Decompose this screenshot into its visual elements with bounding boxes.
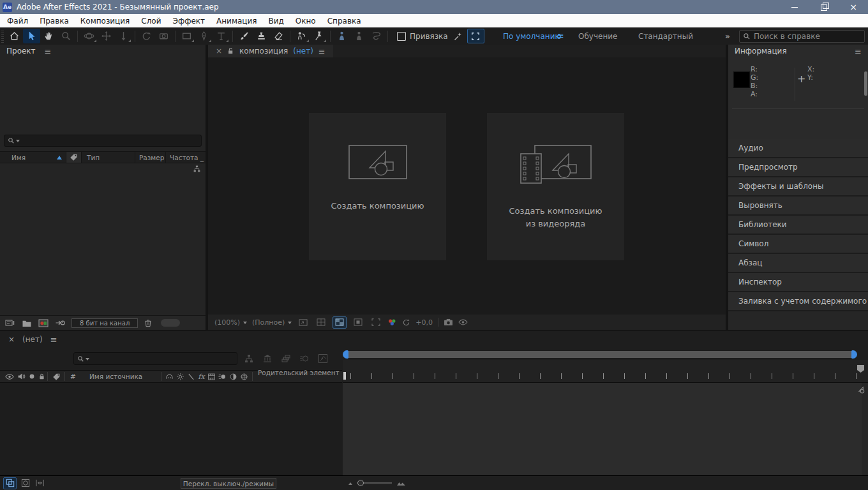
panel-tab-libraries[interactable]: Библиотеки [728, 216, 868, 235]
eye-icon[interactable] [5, 373, 14, 380]
interpret-footage-icon[interactable] [5, 318, 15, 327]
column-label[interactable] [66, 152, 82, 163]
show-snapshot-icon[interactable] [458, 318, 468, 326]
mask-expansion-button[interactable] [467, 29, 484, 43]
timeline-vertical-scrollbar[interactable] [862, 383, 868, 475]
transparency-grid-icon[interactable] [333, 316, 347, 329]
menu-file[interactable]: Файл [1, 17, 34, 26]
panel-tab-effects-presets[interactable]: Эффекты и шаблоны [728, 177, 868, 197]
composition-panel-menu-icon[interactable]: ≡ [318, 47, 326, 56]
puppet-pin-tool[interactable] [310, 29, 327, 43]
region-of-interest-icon[interactable] [370, 317, 382, 328]
flowchart-icon[interactable] [193, 165, 201, 173]
workspace-tab-standard[interactable]: Стандартный [638, 32, 693, 41]
roto-brush-tool[interactable] [293, 29, 310, 43]
new-composition-card[interactable]: Создать композицию [309, 113, 446, 260]
zoom-in-mountains-icon[interactable] [396, 480, 406, 486]
rectangle-tool[interactable] [178, 29, 195, 43]
layer-list-area[interactable] [0, 383, 342, 475]
shy-icon[interactable] [165, 373, 174, 381]
column-size[interactable]: Размер [135, 152, 166, 163]
composition-blend-toggle-icon[interactable] [3, 477, 17, 489]
column-type[interactable]: Тип [82, 152, 135, 163]
collapse-transformations-icon[interactable] [176, 373, 184, 381]
workspace-menu-icon[interactable]: ≡ [557, 31, 564, 40]
snapshot-camera-icon[interactable] [444, 318, 453, 326]
workspace-tab-learn[interactable]: Обучение [578, 32, 617, 41]
grid-guides-icon[interactable] [315, 317, 327, 328]
magnification-select[interactable]: (100%) [214, 318, 247, 327]
minimize-button[interactable] [780, 0, 809, 14]
camera-tool[interactable] [155, 29, 172, 43]
info-tab[interactable]: Информация [735, 47, 787, 56]
project-tab[interactable]: Проект [6, 47, 36, 56]
source-name-column[interactable]: Имя источника [84, 371, 161, 382]
label-column[interactable] [48, 371, 64, 382]
zoom-slider-knob[interactable] [357, 480, 364, 486]
home-tool[interactable] [6, 29, 23, 43]
bit-depth-button[interactable]: 8 бит на канал [71, 318, 138, 328]
draft-3d-icon[interactable] [262, 353, 273, 364]
timeline-tab-label[interactable]: (нет) [22, 335, 43, 344]
mask-visibility-icon[interactable] [352, 317, 364, 328]
snapping-checkbox[interactable] [397, 32, 406, 41]
exposure-value[interactable]: +0,0 [415, 318, 433, 327]
timeline-zoom-slider[interactable] [359, 482, 392, 484]
menu-view[interactable]: Вид [262, 17, 289, 26]
fast-previews-icon[interactable] [402, 318, 410, 327]
menu-help[interactable]: Справка [322, 17, 367, 26]
workspace-overflow-chevron[interactable]: » [725, 32, 729, 41]
brush-tool[interactable] [236, 29, 253, 43]
eraser-tool[interactable] [270, 29, 287, 43]
zoom-tool[interactable] [57, 29, 75, 43]
menu-composition[interactable]: Композиция [75, 17, 135, 26]
toggle-switches-modes-button[interactable]: Перекл. выключ./режимы [181, 478, 276, 489]
current-time-indicator[interactable] [343, 372, 346, 380]
transfer-controls-toggle-icon[interactable] [21, 479, 31, 487]
adjustment-layer-icon[interactable] [229, 373, 237, 381]
rotation-tool[interactable] [138, 29, 155, 43]
motion-blur-icon[interactable] [299, 353, 310, 364]
panel-tab-character[interactable]: Символ [728, 235, 868, 254]
layer-number-column[interactable]: # [65, 371, 84, 382]
in-out-panels-toggle-icon[interactable] [35, 479, 45, 487]
panel-tab-content-aware-fill[interactable]: Заливка с учетом содержимого [728, 292, 868, 311]
zoom-out-mountain-icon[interactable] [348, 480, 354, 486]
delete-trash-icon[interactable] [144, 318, 152, 327]
type-tool[interactable] [213, 29, 230, 43]
time-navigator[interactable] [343, 350, 857, 359]
selection-tool[interactable] [23, 29, 40, 43]
unlock-icon[interactable] [227, 47, 234, 55]
fit-view-icon[interactable] [297, 317, 310, 328]
pen-tool[interactable] [195, 29, 213, 43]
panel-tab-align[interactable]: Выровнять [728, 197, 868, 216]
comp-marker-bin-icon[interactable] [857, 364, 865, 373]
panel-tab-paragraph[interactable]: Абзац [728, 254, 868, 273]
resolution-select[interactable]: (Полное) [252, 318, 292, 327]
restore-button[interactable] [809, 0, 839, 14]
clone-stamp-tool[interactable] [253, 29, 270, 43]
new-composition-icon[interactable] [38, 318, 49, 328]
time-navigator-start-handle[interactable] [343, 350, 348, 359]
motion-blur-icon[interactable] [218, 373, 227, 381]
column-rate[interactable]: Частота _ [166, 152, 206, 163]
parent-column[interactable]: Родительский элемент _ [253, 371, 342, 382]
toolbar-grip[interactable] [1, 30, 4, 43]
hand-tool[interactable] [40, 29, 57, 43]
menu-effect[interactable]: Эффект [167, 17, 211, 26]
graph-editor-icon[interactable] [318, 353, 328, 364]
panel-scrollbar-thumb[interactable] [864, 71, 867, 96]
audio-icon[interactable] [17, 373, 26, 380]
menu-window[interactable]: Окно [290, 17, 322, 26]
panel-tab-audio[interactable]: Аудио [728, 139, 868, 158]
time-navigator-end-handle[interactable] [851, 350, 857, 359]
timeline-search-box[interactable] [73, 352, 237, 365]
panel-tab-inspector[interactable]: Инспектор [728, 273, 868, 292]
project-search-box[interactable] [4, 135, 202, 147]
channel-rgb-icon[interactable] [387, 318, 397, 327]
help-search-input[interactable] [754, 32, 864, 41]
timeline-panel-menu-icon[interactable]: ≡ [50, 335, 57, 345]
info-panel-menu-icon[interactable]: ≡ [855, 47, 862, 56]
composition-mini-flowchart-icon[interactable] [244, 353, 254, 364]
puppet-overlap-tool[interactable] [368, 29, 385, 43]
